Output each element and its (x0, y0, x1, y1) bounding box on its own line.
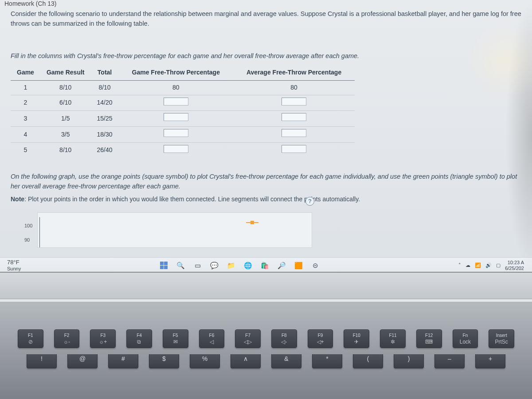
avg-pct-input[interactable] (282, 145, 306, 153)
cloud-icon[interactable]: ☁ (466, 262, 470, 268)
table-row: 26/1014/20 (11, 95, 355, 111)
cell-result: 8/10 (40, 81, 91, 95)
laptop-body: F1⊘F2☼-F3☼+F4⧉F5✉F6◁F7◁▷F8◁-F9◁+F10✈F11✲… (0, 273, 532, 399)
y-axis (39, 217, 40, 247)
key-f10: F10✈ (344, 329, 369, 348)
key-f7: F7◁▷ (235, 329, 261, 348)
table-row: 58/1026/40 (11, 142, 355, 158)
clock[interactable]: 10:23 A 6/25/202 (505, 260, 524, 271)
cell-avg-pct (233, 111, 355, 127)
cell-game: 1 (11, 81, 40, 95)
cell-total: 18/30 (91, 127, 119, 143)
key-fn: FnLock (453, 329, 478, 348)
search-icon[interactable]: 🔍 (175, 260, 187, 271)
table-row: 43/518/30 (11, 127, 355, 143)
key-f9: F9◁+ (308, 329, 333, 348)
graph-instruction: On the following graph, use the orange p… (11, 172, 521, 192)
key-f1: F1⊘ (18, 329, 43, 348)
battery-icon[interactable]: ▢ (496, 262, 501, 268)
clock-time: 10:23 A (505, 260, 524, 266)
intro-text: Consider the following scenario to under… (11, 9, 521, 29)
cell-result: 6/10 (40, 95, 91, 111)
key-insert: InsertPrtSc (489, 329, 514, 348)
game-pct-input[interactable] (164, 113, 188, 121)
cell-avg-pct (233, 95, 355, 111)
key-f5: F5✉ (163, 329, 188, 348)
app-icon[interactable]: ⊝ (310, 260, 321, 271)
weather-widget[interactable]: 78°F Sunny (0, 259, 21, 271)
cell-total: 26/40 (91, 142, 119, 158)
cell-game-pct: 80 (119, 81, 233, 95)
cell-game: 2 (11, 95, 40, 111)
free-throw-table: Game Game Result Total Game Free-Throw P… (11, 65, 355, 158)
weather-temp: 78°F (7, 259, 21, 266)
explorer-icon[interactable]: 📁 (226, 260, 237, 271)
tab-title: Homework (Ch 13) (0, 0, 61, 9)
key-symbol: % (190, 354, 220, 368)
cell-avg-pct: 80 (233, 81, 355, 95)
app-icon[interactable]: 🔎 (276, 260, 288, 271)
volume-icon[interactable]: 🔊 (485, 262, 492, 268)
key-symbol: ! (27, 354, 57, 368)
key-symbol: ) (394, 354, 424, 368)
key-symbol: $ (149, 354, 179, 368)
graph-note: Note: Plot your points in the order in w… (11, 195, 521, 204)
avg-pct-input[interactable] (282, 113, 306, 121)
col-avg-pct: Average Free-Throw Percentage (233, 65, 355, 80)
weather-condition: Sunny (7, 266, 21, 271)
key-f4: F4⧉ (126, 329, 152, 348)
chevron-up-icon[interactable]: ˄ (458, 262, 461, 268)
key-f12: F12⌨ (416, 329, 442, 348)
cell-total: 14/20 (91, 95, 119, 111)
table-row: 18/108/108080 (11, 81, 355, 95)
cell-game: 5 (11, 142, 40, 158)
taskview-icon[interactable]: ▭ (192, 260, 203, 271)
key-symbol: + (475, 354, 505, 368)
col-game: Game (11, 65, 40, 80)
y-tick-90: 90 (24, 237, 30, 244)
cell-avg-pct (233, 127, 355, 143)
key-f11: F11✲ (380, 329, 406, 348)
cell-game: 4 (11, 127, 40, 143)
cell-game-pct (119, 95, 233, 111)
wifi-icon[interactable]: 📶 (475, 262, 481, 268)
key-symbol: ∧ (231, 354, 261, 368)
table-row: 31/515/25 (11, 111, 355, 127)
square-icon (250, 221, 254, 224)
cell-avg-pct (233, 142, 355, 158)
cell-total: 8/10 (91, 81, 119, 95)
cell-game-pct (119, 111, 233, 127)
key-symbol: – (434, 354, 465, 368)
cell-result: 8/10 (40, 142, 91, 158)
game-pct-input[interactable] (164, 145, 188, 153)
avg-pct-input[interactable] (282, 98, 306, 106)
avg-pct-input[interactable] (282, 129, 306, 137)
key-f3: F3☼+ (90, 329, 116, 348)
table-instruction: Fill in the columns with Crystal's free-… (11, 51, 521, 61)
legend-orange-square[interactable] (246, 221, 258, 224)
key-symbol: @ (67, 354, 98, 368)
cell-game-pct (119, 127, 233, 143)
chat-icon[interactable]: 💬 (209, 260, 220, 271)
app-icon[interactable]: 🟧 (293, 260, 305, 271)
key-f8: F8◁- (271, 329, 297, 348)
key-symbol: * (312, 354, 342, 368)
store-icon[interactable]: 🛍️ (259, 260, 271, 271)
graph-canvas[interactable]: ? 100 90 (37, 212, 312, 248)
col-game-pct: Game Free-Throw Percentage (119, 65, 233, 80)
key-symbol: ( (353, 354, 383, 368)
edge-icon[interactable]: 🌐 (243, 260, 254, 271)
key-f2: F2☼- (54, 329, 80, 348)
key-f6: F6◁ (199, 329, 225, 348)
cell-result: 1/5 (40, 111, 91, 127)
start-icon[interactable] (158, 260, 170, 271)
windows-taskbar: 78°F Sunny 🔍 ▭ 💬 📁 🌐 🛍️ 🔎 🟧 ⊝ ˄ ☁ 📶 🔊 ▢ (0, 257, 532, 273)
help-icon[interactable]: ? (305, 197, 314, 206)
game-pct-input[interactable] (164, 98, 188, 106)
key-symbol: # (108, 354, 138, 368)
cell-result: 3/5 (40, 127, 91, 143)
note-label: Note (11, 196, 24, 203)
cell-total: 15/25 (91, 111, 119, 127)
col-total: Total (91, 65, 119, 80)
game-pct-input[interactable] (164, 129, 188, 137)
